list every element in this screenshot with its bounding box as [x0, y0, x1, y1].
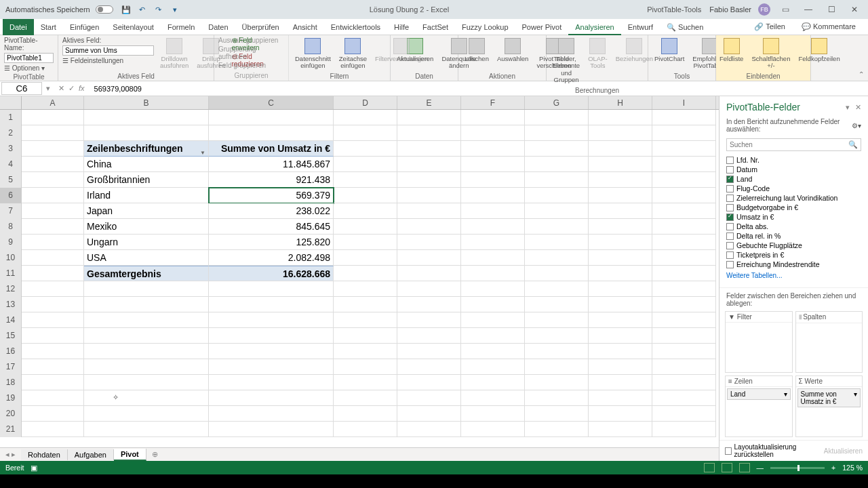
field-item[interactable]: Zielerreichung laut Vorindikation — [726, 193, 861, 203]
field-item[interactable]: Datum — [726, 165, 861, 174]
cell[interactable] — [652, 344, 716, 359]
cell[interactable]: 2.082.498 — [209, 250, 334, 266]
cell[interactable] — [589, 422, 652, 437]
field-checkbox[interactable] — [726, 232, 734, 240]
cell[interactable] — [397, 188, 461, 203]
cell[interactable] — [209, 110, 334, 125]
tab-hilfe[interactable]: Hilfe — [387, 19, 416, 35]
cell[interactable] — [397, 125, 461, 141]
cell[interactable] — [525, 125, 589, 141]
cell[interactable] — [461, 203, 525, 219]
cell[interactable] — [525, 281, 589, 297]
confirm-formula-icon[interactable]: ✓ — [68, 84, 75, 93]
cell[interactable] — [334, 312, 397, 328]
cell[interactable] — [525, 188, 589, 203]
zoom-out-icon[interactable]: — — [757, 464, 764, 472]
select-button[interactable]: Auswählen — [495, 37, 530, 64]
cell[interactable] — [589, 344, 652, 359]
cell[interactable] — [334, 422, 397, 437]
cell[interactable]: Zeilenbeschriftungen▼ — [84, 141, 209, 157]
tab-einfuegen[interactable]: Einfügen — [63, 19, 106, 35]
cell[interactable] — [84, 281, 209, 297]
cell[interactable] — [589, 390, 652, 406]
field-item[interactable]: Land — [726, 174, 861, 184]
col-header-a[interactable]: A — [22, 96, 84, 109]
row-header[interactable]: 2 — [0, 125, 22, 141]
cell[interactable] — [84, 312, 209, 328]
cell[interactable] — [652, 281, 716, 297]
cell[interactable] — [589, 406, 652, 422]
cell[interactable] — [334, 297, 397, 312]
cell[interactable] — [589, 110, 652, 125]
cell[interactable] — [652, 390, 716, 406]
cell[interactable] — [652, 250, 716, 266]
cell[interactable] — [209, 297, 334, 312]
cell[interactable] — [589, 235, 652, 250]
row-header[interactable]: 11 — [0, 266, 22, 281]
cell[interactable] — [589, 125, 652, 141]
col-header-g[interactable]: G — [525, 96, 589, 109]
cell[interactable] — [334, 125, 397, 141]
cell[interactable] — [652, 328, 716, 344]
cell[interactable] — [525, 203, 589, 219]
cell[interactable] — [525, 141, 589, 157]
zoom-in-icon[interactable]: + — [831, 464, 835, 472]
cell[interactable] — [461, 375, 525, 390]
cell[interactable] — [209, 328, 334, 344]
cell[interactable] — [461, 250, 525, 266]
field-item[interactable]: Ticketpreis in € — [726, 250, 861, 260]
cell[interactable] — [652, 141, 716, 157]
select-all-corner[interactable] — [0, 96, 22, 109]
cell[interactable] — [84, 359, 209, 375]
comments-button[interactable]: 💬 Kommentare — [796, 21, 861, 33]
area-rows[interactable]: ≡ Zeilen Land▾ — [725, 375, 793, 437]
area-rows-item[interactable]: Land▾ — [727, 388, 791, 400]
cell[interactable] — [461, 157, 525, 172]
tab-formeln[interactable]: Formeln — [161, 19, 201, 35]
cell[interactable] — [334, 188, 397, 203]
field-checkbox[interactable] — [726, 261, 734, 268]
field-item[interactable]: Umsatz in € — [726, 212, 861, 222]
col-header-d[interactable]: D — [334, 96, 397, 109]
row-header[interactable]: 3 — [0, 141, 22, 157]
cell[interactable] — [22, 390, 84, 406]
cell[interactable] — [84, 375, 209, 390]
cell[interactable] — [334, 172, 397, 188]
cell[interactable] — [397, 328, 461, 344]
field-headers-button[interactable]: Feldkopfzeilen — [796, 37, 842, 64]
row-header[interactable]: 17 — [0, 359, 22, 375]
row-header[interactable]: 12 — [0, 281, 22, 297]
cell[interactable] — [84, 328, 209, 344]
row-header[interactable]: 6 — [0, 188, 22, 203]
cell[interactable] — [334, 281, 397, 297]
clear-button[interactable]: Löschen — [462, 37, 491, 64]
cell[interactable] — [209, 359, 334, 375]
row-header[interactable]: 1 — [0, 110, 22, 125]
cell[interactable]: Großbritannien — [84, 172, 209, 188]
cell[interactable]: Japan — [84, 203, 209, 219]
undo-icon[interactable]: ↶ — [138, 5, 147, 14]
tab-entwicklertools[interactable]: Entwicklertools — [324, 19, 387, 35]
cell[interactable] — [525, 297, 589, 312]
cell[interactable] — [589, 157, 652, 172]
field-settings-button[interactable]: ☰ Feldeinstellungen — [62, 57, 154, 64]
cell[interactable] — [652, 219, 716, 235]
cell[interactable] — [589, 219, 652, 235]
cell[interactable] — [22, 203, 84, 219]
fx-icon[interactable]: fx — [79, 84, 85, 93]
cell[interactable] — [84, 390, 209, 406]
cell[interactable] — [397, 390, 461, 406]
field-checkbox[interactable] — [726, 214, 734, 221]
tab-seitenlayout[interactable]: Seitenlayout — [106, 19, 161, 35]
cell[interactable] — [525, 250, 589, 266]
zoom-slider[interactable] — [770, 467, 825, 469]
cell[interactable] — [334, 157, 397, 172]
cell[interactable]: Mexiko — [84, 219, 209, 235]
view-normal-icon[interactable] — [704, 463, 715, 472]
field-search-input[interactable] — [730, 140, 848, 149]
row-header[interactable]: 8 — [0, 219, 22, 235]
field-search[interactable]: 🔍 — [726, 138, 861, 151]
sheet-tab-rohdaten[interactable]: Rohdaten — [21, 449, 68, 460]
sheet-tab-pivot[interactable]: Pivot — [114, 449, 146, 461]
cell[interactable] — [22, 281, 84, 297]
